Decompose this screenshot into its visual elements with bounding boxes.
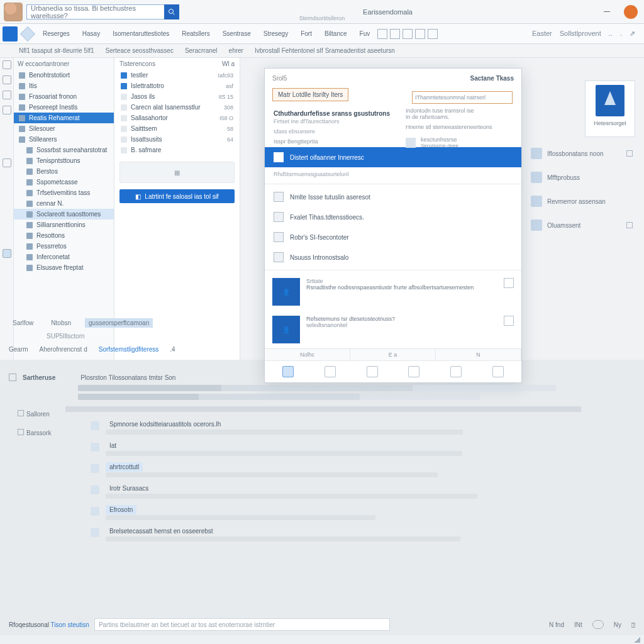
right-preview-card[interactable]: Hetesrsorget [585, 80, 635, 137]
dialog-option-selected[interactable]: Distert oifaanner Innerresc [265, 147, 521, 167]
dialog-option[interactable]: Nsuuss Intronostsalo [265, 247, 521, 267]
dialog-option[interactable]: Nmlte Issse tutuslin aseresot [265, 187, 521, 207]
resize-grip-icon[interactable] [634, 636, 640, 643]
nav-item[interactable]: Frasoariat fronon [14, 91, 114, 102]
ribbon-right-0[interactable]: Easter [532, 30, 552, 38]
search-button[interactable] [164, 4, 179, 19]
nav-item[interactable]: Pessrretos [14, 241, 114, 252]
list-row[interactable]: Issattsusits64 [114, 134, 240, 145]
right-list-row[interactable]: Revmerror assensan [528, 189, 635, 213]
list-preview-card[interactable]: ▦ [119, 162, 235, 183]
user-avatar-dot[interactable] [624, 5, 638, 19]
dialog-chip[interactable]: Matr Lotdlle Itsrilty Iters [272, 88, 348, 101]
subtab-d[interactable]: ehrer [229, 47, 243, 54]
nav-item[interactable]: Silesouer [14, 123, 114, 134]
nav-item[interactable]: Sossrbst surreaharstotrat [14, 145, 114, 155]
midtab-1[interactable]: Ntobsn [47, 318, 75, 328]
nav-item[interactable]: Silliarsnenttionins [14, 219, 114, 230]
ribbon-right-1[interactable]: Sollstlprovent [560, 30, 601, 38]
rail-icon-2[interactable] [3, 75, 11, 84]
ribbon-diamond-icon[interactable] [20, 26, 35, 42]
nav-item[interactable]: Stillearers [14, 134, 114, 145]
list-row[interactable]: B. safmare [114, 145, 240, 155]
ribbon-tab-0[interactable]: Reserges [38, 28, 75, 40]
right-list-row[interactable]: Mfftprobuss [528, 165, 635, 189]
nav-item[interactable]: Trfsetivemitins tass [14, 187, 114, 198]
rail-icon-5[interactable] [3, 158, 11, 167]
nav-item[interactable]: Soclareott tuaosttomes [14, 209, 114, 219]
nav-item[interactable]: Inferconetat [14, 252, 114, 262]
dialog-option[interactable]: Robr's SI-fsecontoter [265, 227, 521, 247]
dialog-person-row[interactable]: 👤SrttateRsnadtisthe nodissnspaeasntiusti… [265, 273, 521, 311]
crumb-1[interactable]: Sorfstemstligdfiteress [99, 346, 159, 353]
bottom-help-icon[interactable]: ⍰ [631, 621, 635, 628]
ribbon-icon-d[interactable] [415, 29, 425, 39]
bottom-r1[interactable]: N fnd [549, 621, 564, 628]
bottom-r3[interactable]: Ny [614, 621, 621, 628]
right-list-row[interactable]: Oluamssent [528, 213, 635, 237]
doc-side-1[interactable]: Salloren [26, 411, 50, 418]
app-launcher-icon[interactable] [3, 26, 18, 42]
bottom-r2[interactable]: INt [574, 621, 582, 628]
ribbon-link-icon[interactable]: ⇗ [630, 30, 635, 38]
ribbon-right-2[interactable]: .. [609, 30, 613, 38]
cloud-icon[interactable] [592, 620, 604, 629]
nav-item[interactable]: cennar N. [14, 198, 114, 209]
bottom-link[interactable]: Tison steutisn [51, 621, 89, 628]
crumb-2[interactable]: .4 [170, 346, 175, 353]
avatar[interactable] [4, 3, 23, 21]
doc-item[interactable]: Efrosotn [72, 502, 635, 524]
ribbon-tab-7[interactable]: Biltance [319, 28, 352, 40]
ribbon-icon-a[interactable] [377, 29, 387, 39]
nav-item[interactable]: Sspometcasse [14, 177, 114, 187]
list-row[interactable]: SallasahortorI58 O [114, 113, 240, 123]
nav-item[interactable]: Benohtrstotiort [14, 70, 114, 80]
bottom-input[interactable]: Partins tbelautmer an bet tiecuet ar tos… [94, 618, 390, 631]
list-action-button[interactable]: ◧ Latrtint fe saloasl ias tol sif [119, 189, 235, 203]
midtab-0[interactable]: Sarlfow [9, 318, 37, 328]
rail-icon-6[interactable] [3, 249, 11, 258]
person-action-icon[interactable] [504, 278, 514, 288]
doc-item[interactable]: Brelsetecassatt hernst en osseerebst [72, 524, 635, 545]
nav-item[interactable]: Itis [14, 80, 114, 91]
minimize-button[interactable] [596, 0, 618, 24]
ribbon-icon-b[interactable] [390, 29, 400, 39]
ribbon-right-3[interactable]: . [620, 30, 622, 38]
subtab-c[interactable]: Seracrranel [185, 47, 218, 54]
rail-icon-3[interactable] [3, 91, 11, 99]
ribbon-tab-4[interactable]: Ssentrase [218, 28, 256, 40]
nav-item[interactable]: Tenispntsttouns [14, 155, 114, 166]
list-row[interactable]: testlerIafc93 [114, 70, 240, 80]
list-row[interactable]: Carecn alat Isanemsstlur308 [114, 102, 240, 113]
search-input[interactable]: Urbanedia so tissa. Bi betchustres warei… [26, 4, 165, 19]
doc-side-2[interactable]: Barssork [26, 430, 51, 436]
nav-item[interactable]: Elsusave ftreptat [14, 262, 114, 273]
ribbon-tab-1[interactable]: Hasay [77, 28, 105, 40]
doc-item[interactable]: Spmnorse kodsitteiaruastitols ocerors.lh [72, 417, 635, 438]
nav-item[interactable]: Pesoreept Inestls [14, 102, 114, 113]
subtab-b[interactable]: Serteace seossthvassec [106, 47, 174, 54]
right-list-row[interactable]: Iflossbonatans noon [528, 142, 635, 165]
crumb-0[interactable]: Aherofnrencnst d [40, 346, 87, 353]
dialog-option[interactable]: Fxalet Tihas.tdtensstioecs. [265, 207, 521, 227]
ribbon-icon-e[interactable] [428, 29, 438, 39]
row-toggle-icon[interactable] [626, 222, 633, 228]
subtab-a[interactable]: Nfl1 tasaput slr-tleurrie 5lf1 [19, 47, 94, 54]
ribbon-tab-5[interactable]: Stresegy [258, 28, 293, 40]
midtab-2[interactable]: gusseorsperftcamoan [85, 318, 153, 328]
dialog-search-input[interactable]: IThanmtetesonmnal natrserl [412, 91, 513, 104]
doc-item[interactable]: Iat [72, 438, 635, 460]
list-row[interactable]: Jasos ilsItS 15 [114, 91, 240, 102]
ribbon-icon-c[interactable] [402, 29, 413, 39]
nav-item[interactable]: Berstos [14, 166, 114, 177]
list-row[interactable]: Islettrattotroasf [114, 80, 240, 91]
ribbon-tab-8[interactable]: Fuv [355, 28, 375, 40]
ribbon-tab-3[interactable]: Reatsllers [177, 28, 214, 40]
rail-icon-1[interactable] [3, 60, 11, 69]
doc-item[interactable]: ahrtrcottutl [72, 460, 635, 481]
doc-item[interactable]: Irotr Surasacs [72, 481, 635, 502]
row-toggle-icon[interactable] [626, 150, 633, 157]
ribbon-tab-2[interactable]: Isomentaruttestiotes [108, 28, 174, 40]
rail-icon-4[interactable] [3, 106, 11, 114]
list-row[interactable]: Saitttsem58 [114, 123, 240, 134]
